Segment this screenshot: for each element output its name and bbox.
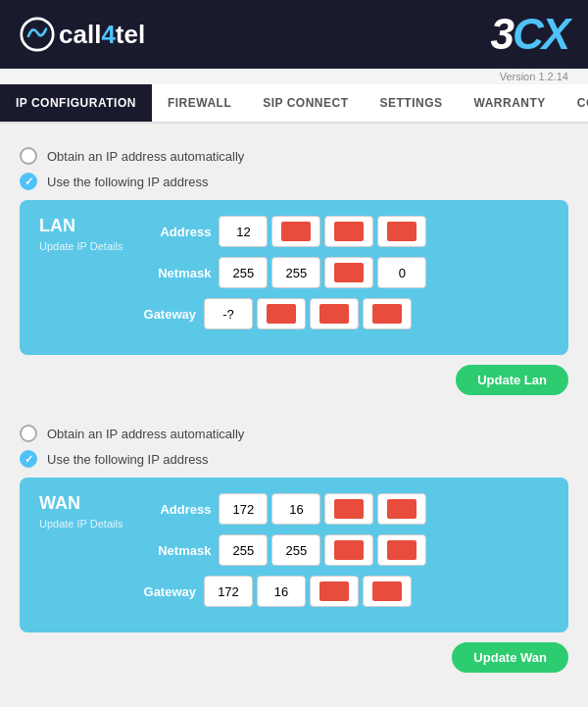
lan-address-block-3[interactable] bbox=[324, 216, 373, 247]
wan-address-block-4[interactable] bbox=[377, 493, 426, 525]
lan-netmask-field-1[interactable] bbox=[219, 257, 268, 288]
wan-radio-manual[interactable]: ✓ Use the following IP address bbox=[20, 450, 568, 468]
wan-radio-auto-circle[interactable] bbox=[20, 425, 37, 442]
tab-sip-connect[interactable]: SIP CONNECT bbox=[247, 84, 364, 122]
brand-3cx: 3CX bbox=[490, 10, 568, 59]
wan-update-button[interactable]: Update Wan bbox=[452, 642, 568, 673]
lan-radio-auto-label: Obtain an IP address automatically bbox=[47, 149, 244, 164]
lan-gateway-field-1[interactable] bbox=[204, 298, 253, 329]
version-bar: Version 1.2.14 bbox=[0, 69, 588, 84]
header: call4tel 3CX bbox=[0, 0, 588, 69]
lan-address-row: Address bbox=[142, 216, 549, 247]
wan-gateway-field-1[interactable] bbox=[204, 576, 253, 607]
wan-box-title: WAN bbox=[39, 493, 122, 514]
wan-box-subtitle: Update IP Details bbox=[39, 518, 122, 530]
wan-netmask-block-3[interactable] bbox=[324, 534, 373, 566]
lan-box-subtitle: Update IP Details bbox=[39, 240, 122, 252]
wan-netmask-row: Netmask bbox=[142, 534, 549, 566]
lan-address-field-1[interactable] bbox=[219, 216, 268, 247]
logo: call4tel bbox=[20, 17, 145, 52]
lan-radio-manual-check[interactable]: ✓ bbox=[20, 173, 37, 190]
wan-radio-auto[interactable]: Obtain an IP address automatically bbox=[20, 425, 568, 442]
tab-warranty[interactable]: WARRANTY bbox=[459, 84, 562, 122]
wan-gateway-row: Gateway bbox=[127, 576, 549, 607]
wan-section: Obtain an IP address automatically ✓ Use… bbox=[20, 425, 568, 673]
tab-contact-us[interactable]: CONTACT US bbox=[562, 84, 588, 122]
wan-radio-manual-check[interactable]: ✓ bbox=[20, 450, 37, 468]
wan-gateway-label: Gateway bbox=[127, 584, 196, 599]
wan-gateway-block-4[interactable] bbox=[363, 576, 412, 607]
wan-gateway-block-3[interactable] bbox=[310, 576, 359, 607]
lan-gateway-block-3[interactable] bbox=[310, 298, 359, 329]
wan-update-btn-row: Update Wan bbox=[20, 642, 568, 673]
logo-text: call4tel bbox=[59, 20, 145, 50]
lan-radio-manual-label: Use the following IP address bbox=[47, 175, 209, 189]
lan-gateway-row: Gateway bbox=[127, 298, 549, 329]
lan-gateway-block-4[interactable] bbox=[363, 298, 412, 329]
wan-netmask-field-1[interactable] bbox=[219, 534, 268, 566]
lan-gateway-label: Gateway bbox=[127, 307, 196, 322]
wan-address-block-3[interactable] bbox=[324, 493, 373, 525]
wan-address-row: Address bbox=[142, 493, 549, 525]
wan-netmask-label: Netmask bbox=[142, 543, 211, 558]
tab-firewall[interactable]: FIREWALL bbox=[152, 84, 247, 122]
lan-update-button[interactable]: Update Lan bbox=[456, 365, 568, 395]
wan-config-box: WAN Update IP Details Address Netmask bbox=[20, 478, 568, 632]
lan-radio-manual[interactable]: ✓ Use the following IP address bbox=[20, 173, 568, 190]
lan-netmask-block-3[interactable] bbox=[324, 257, 373, 288]
wan-radio-auto-label: Obtain an IP address automatically bbox=[47, 427, 244, 441]
tab-settings[interactable]: SETTINGS bbox=[365, 84, 459, 122]
wan-address-field-2[interactable] bbox=[271, 493, 320, 525]
logo-icon bbox=[20, 17, 55, 52]
wan-radio-manual-label: Use the following IP address bbox=[47, 452, 209, 467]
lan-netmask-field-4[interactable] bbox=[377, 257, 426, 288]
lan-section: Obtain an IP address automatically ✓ Use… bbox=[20, 147, 568, 395]
nav-tabs: IP CONFIGURATION FIREWALL SIP CONNECT SE… bbox=[0, 84, 588, 124]
lan-address-block-4[interactable] bbox=[377, 216, 426, 247]
lan-netmask-row: Netmask bbox=[142, 257, 549, 288]
lan-netmask-label: Netmask bbox=[142, 266, 211, 280]
lan-config-box: LAN Update IP Details Address Netmask bbox=[20, 200, 568, 355]
lan-address-block-2[interactable] bbox=[271, 216, 320, 247]
wan-netmask-block-4[interactable] bbox=[377, 534, 426, 566]
wan-address-label: Address bbox=[142, 502, 211, 517]
lan-radio-auto-circle[interactable] bbox=[20, 147, 37, 165]
wan-netmask-field-2[interactable] bbox=[271, 534, 320, 566]
wan-address-field-1[interactable] bbox=[219, 493, 268, 525]
lan-netmask-field-2[interactable] bbox=[271, 257, 320, 288]
version-label: Version 1.2.14 bbox=[500, 71, 568, 82]
lan-box-title: LAN bbox=[39, 216, 122, 236]
lan-address-label: Address bbox=[142, 225, 211, 239]
wan-gateway-field-2[interactable] bbox=[257, 576, 306, 607]
main-content: Obtain an IP address automatically ✓ Use… bbox=[0, 124, 588, 702]
lan-radio-auto[interactable]: Obtain an IP address automatically bbox=[20, 147, 568, 165]
lan-gateway-block-2[interactable] bbox=[257, 298, 306, 329]
lan-update-btn-row: Update Lan bbox=[20, 365, 568, 395]
tab-ip-configuration[interactable]: IP CONFIGURATION bbox=[0, 84, 152, 122]
